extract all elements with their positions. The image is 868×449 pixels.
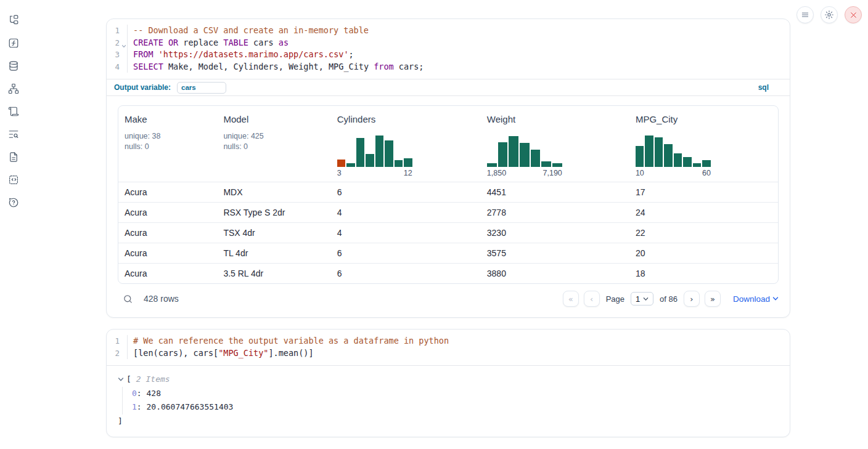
histogram-bar xyxy=(509,136,518,167)
sidebar xyxy=(0,0,27,449)
histogram-bar xyxy=(395,160,403,167)
line-number: 2 xyxy=(107,37,128,49)
tree-toggle-icon[interactable] xyxy=(118,376,124,382)
table-cell: 3880 xyxy=(481,269,629,278)
table-cell: MDX xyxy=(217,187,330,197)
document-icon[interactable] xyxy=(8,151,20,163)
histogram-bar xyxy=(346,163,355,167)
table-header-row: Makeunique: 38nulls: 0Modelunique: 425nu… xyxy=(118,106,778,182)
histogram-bar xyxy=(541,161,551,167)
first-page-button[interactable]: « xyxy=(563,291,579,307)
histogram-bar xyxy=(356,138,365,167)
table-cell: 3230 xyxy=(481,228,629,238)
chevron-down-icon xyxy=(643,296,649,302)
column-header[interactable]: MPG_City1060 xyxy=(629,106,778,182)
table-cell: RSX Type S 2dr xyxy=(217,208,330,217)
notebook: 1-- Download a CSV and create an in-memo… xyxy=(106,18,790,437)
menu-icon[interactable] xyxy=(796,6,814,23)
code-line: 1-- Download a CSV and create an in-memo… xyxy=(107,25,790,37)
table-cell: TSX 4dr xyxy=(217,228,330,238)
histogram-bar xyxy=(645,136,653,167)
line-number: 1 xyxy=(107,335,128,347)
scroll-icon[interactable] xyxy=(8,105,20,117)
sql-code-editor[interactable]: 1-- Download a CSV and create an in-memo… xyxy=(107,19,790,79)
table-cell: TL 4dr xyxy=(217,248,330,258)
column-stats: unique: 38nulls: 0 xyxy=(125,131,213,152)
column-header[interactable]: Weight1,8507,190 xyxy=(481,106,629,182)
histogram-bar xyxy=(636,146,644,167)
histogram-range-labels: 1,8507,190 xyxy=(487,169,562,177)
histogram-bar xyxy=(520,143,530,167)
table-row: AcuraTSX 4dr4323022 xyxy=(118,222,778,243)
text-search-icon[interactable] xyxy=(8,128,20,140)
table-row: AcuraTL 4dr6357520 xyxy=(118,243,778,263)
sql-output: Makeunique: 38nulls: 0Modelunique: 425nu… xyxy=(107,96,790,317)
close-x-icon[interactable] xyxy=(845,6,862,23)
table-body: AcuraMDX6445117AcuraRSX Type S 2dr427782… xyxy=(118,182,778,283)
code-text[interactable]: SELECT Make, Model, Cylinders, Weight, M… xyxy=(128,61,424,73)
function-square-icon[interactable] xyxy=(8,37,20,49)
histogram-bar xyxy=(487,163,497,167)
file-tree-icon[interactable] xyxy=(8,14,20,26)
table-cell: 3575 xyxy=(481,248,629,258)
histogram-bar xyxy=(655,137,663,167)
output-variable-input[interactable] xyxy=(177,82,226,94)
database-icon[interactable] xyxy=(8,60,20,71)
code-line: 3FROM 'https://datasets.marimo.app/cars.… xyxy=(107,49,790,61)
code-snippet-icon[interactable] xyxy=(8,174,20,185)
prev-page-button[interactable]: ‹ xyxy=(584,291,600,307)
code-text[interactable]: [len(cars), cars["MPG_City"].mean()] xyxy=(128,347,314,360)
table-cell: 6 xyxy=(331,248,481,258)
column-header[interactable]: Modelunique: 425nulls: 0 xyxy=(217,106,330,182)
code-line: 1# We can reference the output variable … xyxy=(107,335,790,347)
sql-cell-footer: Output variable: sql xyxy=(107,79,790,96)
column-histogram: 1060 xyxy=(636,134,711,177)
page-total-label: of 86 xyxy=(660,294,678,304)
help-chat-icon[interactable] xyxy=(8,196,20,208)
table-cell: 6 xyxy=(331,269,481,278)
tree-children: 0: 4281: 20.060747663551403 xyxy=(122,387,790,415)
histogram-bar xyxy=(385,140,393,167)
code-text[interactable]: -- Download a CSV and create an in-memor… xyxy=(128,25,369,37)
tree-items-count: 2 Items xyxy=(136,373,170,387)
network-icon[interactable] xyxy=(8,83,20,94)
download-button[interactable]: Download xyxy=(733,294,779,304)
python-cell: 1# We can reference the output variable … xyxy=(106,329,790,437)
histogram-bar xyxy=(552,163,562,167)
settings-gear-icon[interactable] xyxy=(821,6,838,23)
page-label: Page xyxy=(606,294,624,304)
column-name: Cylinders xyxy=(337,114,477,124)
table-cell: 4 xyxy=(331,228,481,238)
column-histogram: 1,8507,190 xyxy=(487,134,562,177)
table-cell: 6 xyxy=(331,187,481,197)
column-name: Model xyxy=(223,114,327,124)
chevron-down-icon xyxy=(772,296,779,302)
histogram-bar xyxy=(404,158,412,167)
data-table: Makeunique: 38nulls: 0Modelunique: 425nu… xyxy=(118,105,779,284)
code-line: 4SELECT Make, Model, Cylinders, Weight, … xyxy=(107,61,790,73)
histogram-bar xyxy=(337,160,346,167)
sql-cell: 1-- Download a CSV and create an in-memo… xyxy=(106,18,790,318)
page-select-value: 1 xyxy=(636,294,640,304)
code-text[interactable]: CREATE OR replace TABLE cars as xyxy=(128,37,289,49)
column-stats: unique: 425nulls: 0 xyxy=(223,131,327,152)
column-name: Make xyxy=(125,114,213,124)
code-line: 2CREATE OR replace TABLE cars as xyxy=(107,37,790,49)
window-controls xyxy=(796,6,862,23)
next-page-button[interactable]: › xyxy=(684,291,700,307)
code-text[interactable]: # We can reference the output variable a… xyxy=(128,335,449,347)
row-count: 428 rows xyxy=(144,294,179,304)
column-header[interactable]: Cylinders312 xyxy=(331,106,481,182)
python-output-tree: [ 2 Items 0: 4281: 20.060747663551403 ] xyxy=(107,366,790,437)
page-select[interactable]: 1 xyxy=(631,292,653,305)
histogram-bar xyxy=(683,157,692,167)
output-variable-label: Output variable: xyxy=(114,83,171,92)
table-cell: 18 xyxy=(629,269,778,278)
python-code-editor[interactable]: 1# We can reference the output variable … xyxy=(107,330,790,366)
last-page-button[interactable]: » xyxy=(705,291,721,307)
search-icon[interactable] xyxy=(123,294,133,304)
table-cell: Acura xyxy=(118,269,217,278)
language-badge[interactable]: sql xyxy=(758,83,769,92)
code-text[interactable]: FROM 'https://datasets.marimo.app/cars.c… xyxy=(128,49,354,61)
column-header[interactable]: Makeunique: 38nulls: 0 xyxy=(118,106,217,182)
